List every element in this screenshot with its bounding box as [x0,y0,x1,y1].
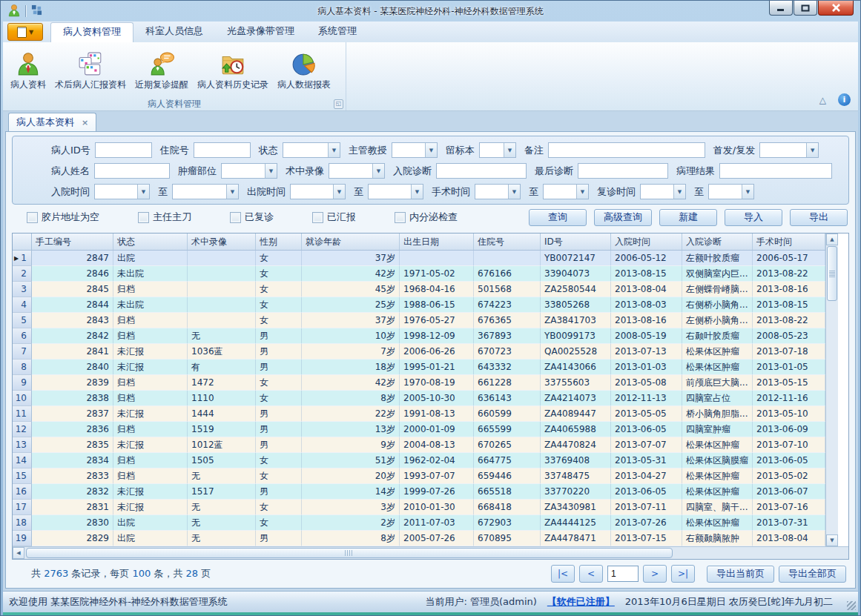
chevron-down-icon[interactable]: ▼ [328,143,340,157]
grid-cell[interactable]: 男 [256,406,302,422]
scroll-down-icon[interactable]: ▼ [826,534,838,546]
table-row[interactable]: 132835未汇报1012蓝男9岁2004-08-13670265ZA44708… [13,437,825,453]
filter-combo[interactable]: ▼ [475,184,521,199]
quick-access-grid-icon[interactable] [31,4,42,18]
grid-cell[interactable]: 2013-05-15 [753,375,825,391]
grid-cell[interactable]: 1444 [188,406,256,422]
grid-cell[interactable] [474,251,541,266]
scroll-up-icon[interactable]: ▲ [826,234,838,245]
tab-patient-basic-info[interactable]: 病人基本资料 × [8,113,96,131]
filter-input[interactable] [719,163,832,179]
first-page-button[interactable]: |< [551,565,575,583]
scroll-left-icon[interactable]: ◀ [13,547,24,559]
grid-cell[interactable]: 2012-11-16 [753,391,825,406]
grid-cell[interactable]: 桥小脑角胆脂... [682,406,753,422]
grid-cell[interactable]: QA0025528 [541,344,611,360]
grid-cell[interactable]: ZA4065988 [541,422,611,437]
grid-cell[interactable]: 10岁 [302,328,400,344]
grid-cell[interactable] [188,251,256,266]
row-indicator[interactable]: 10 [13,391,32,406]
minimize-button[interactable] [769,1,793,16]
chevron-down-icon[interactable]: ▼ [504,143,515,157]
grid-cell[interactable]: 四脑室占位 [682,391,753,406]
grid-cell[interactable]: 2830 [32,515,113,531]
grid-cell[interactable]: 归档 [113,453,188,468]
grid-header-cell[interactable]: 手术时间 [753,234,825,250]
grid-cell[interactable]: 男 [256,484,302,500]
row-indicator[interactable]: 9 [13,375,32,391]
grid-cell[interactable]: 出院 [113,531,188,546]
chevron-down-icon[interactable]: ▼ [508,185,520,199]
grid-cell[interactable]: 670265 [474,437,541,453]
registered-link[interactable]: 【软件已注册】 [547,595,615,609]
chevron-down-icon[interactable]: ▼ [226,185,238,199]
grid-cell[interactable]: 670895 [474,531,541,546]
grid-cell[interactable]: 2837 [32,406,113,422]
grid-cell[interactable]: 松果体区肿瘤 [682,468,753,484]
table-row[interactable]: 72841未汇报1036蓝男7岁2006-06-26670723QA002552… [13,344,825,360]
grid-cell[interactable]: 2013-06-05 [611,422,682,437]
table-row[interactable]: 142834归档1505女51岁1962-02-0466477533769408… [13,453,825,468]
grid-cell[interactable]: 未出院 [113,266,188,282]
grid-cell[interactable]: 女 [256,282,302,297]
filter-combo[interactable]: ▼ [94,184,150,199]
row-indicator[interactable]: 8 [13,360,32,375]
grid-cell[interactable]: 2829 [32,531,113,546]
grid-cell[interactable]: 2013-07-15 [611,531,682,546]
grid-cell[interactable]: 2013-08-15 [753,297,825,313]
grid-cell[interactable]: 37岁 [302,251,400,266]
ribbon-tab[interactable]: 光盘录像带管理 [215,22,306,42]
grid-cell[interactable]: 出院 [113,515,188,531]
grid-cell[interactable]: 男 [256,328,302,344]
chevron-down-icon[interactable]: ▼ [576,185,588,199]
grid-cell[interactable]: 2013-07-10 [753,437,825,453]
grid-cell[interactable]: 20岁 [302,468,400,484]
grid-cell[interactable]: 2841 [32,344,113,360]
grid-cell[interactable]: 2013-07-13 [611,344,682,360]
grid-header-cell[interactable]: 入院时间 [611,234,682,250]
grid-cell[interactable] [188,266,256,282]
grid-cell[interactable]: 2005-10-30 [400,391,474,406]
grid-cell[interactable]: 男 [256,360,302,375]
grid-cell[interactable]: 无 [188,515,256,531]
chevron-down-icon[interactable]: ▼ [673,185,685,199]
ribbon-button-近期复诊提醒[interactable]: 近期复诊提醒 [131,45,193,97]
grid-cell[interactable]: 33805268 [541,297,611,313]
grid-cell[interactable]: 13岁 [302,422,400,437]
table-row[interactable]: 42844未出院女25岁1988-06-15674223338052682013… [13,297,825,313]
grid-cell[interactable]: 2838 [32,391,113,406]
grid-cell[interactable]: 7岁 [302,344,400,360]
export-all-pages-button[interactable]: 导出全部页 [779,566,846,583]
filter-combo[interactable]: ▼ [283,142,340,158]
grid-cell[interactable]: 664775 [474,453,541,468]
grid-cell[interactable]: 8岁 [302,391,400,406]
grid-cell[interactable]: 四脑室、脑干... [682,500,753,515]
grid-cell[interactable]: 2847 [32,251,113,266]
grid-cell[interactable]: 2013-08-22 [753,313,825,328]
grid-cell[interactable]: 2006-05-17 [753,251,825,266]
grid-cell[interactable]: 松果体区肿瘤 [682,360,753,375]
row-indicator[interactable]: 19 [13,531,32,546]
table-row[interactable]: 102838归档1110女8岁2005-10-30636143ZA4214073… [13,391,825,406]
grid-cell[interactable]: 左侧蝶骨嵴脑... [682,282,753,297]
grid-cell[interactable]: 1519 [188,422,256,437]
grid-cell[interactable]: 674223 [474,297,541,313]
grid-header-cell[interactable]: 性别 [256,234,302,250]
table-row[interactable]: 62842归档无男10岁1998-12-09367893YB0099173200… [13,328,825,344]
grid-cell[interactable]: 2岁 [302,515,400,531]
vertical-scroll-thumb[interactable] [827,246,837,301]
filter-combo[interactable]: ▼ [640,184,686,199]
grid-cell[interactable]: 1472 [188,375,256,391]
grid-cell[interactable]: 未汇报 [113,360,188,375]
grid-cell[interactable]: 1962-02-04 [400,453,474,468]
grid-cell[interactable]: 42岁 [302,375,400,391]
grid-cell[interactable]: 2004-08-13 [400,437,474,453]
grid-cell[interactable]: 33769408 [541,453,611,468]
grid-cell[interactable]: 女 [256,313,302,328]
grid-cell[interactable]: 2013-05-08 [611,375,682,391]
grid-cell[interactable]: 女 [256,375,302,391]
grid-cell[interactable]: 女 [256,468,302,484]
grid-cell[interactable]: ZA4089447 [541,406,611,422]
grid-cell[interactable]: 出院 [113,251,188,266]
grid-cell[interactable]: 无 [188,468,256,484]
